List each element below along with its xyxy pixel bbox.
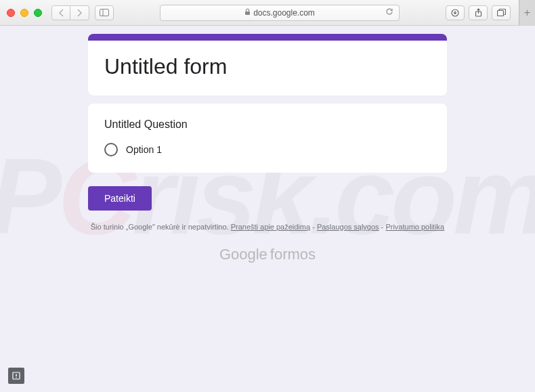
svg-rect-5 [497, 11, 503, 16]
terms-link[interactable]: Paslaugos sąlygos [317, 223, 379, 231]
svg-rect-2 [245, 12, 250, 15]
new-tab-button[interactable]: + [519, 0, 535, 26]
close-window-button[interactable] [7, 9, 15, 17]
reload-button[interactable] [385, 7, 393, 18]
browser-toolbar: docs.google.com + [0, 0, 535, 26]
question-title: Untitled Question [104, 118, 431, 131]
form-header-card: Untitled form [88, 34, 447, 95]
disclaimer: Šio turinio „Google" nekūrė ir nepatvirt… [88, 223, 447, 231]
disclaimer-prefix: Šio turinio „Google" nekūrė ir nepatvirt… [91, 223, 231, 231]
maximize-window-button[interactable] [34, 9, 42, 17]
option-label: Option 1 [126, 144, 162, 155]
radio-icon[interactable] [104, 143, 118, 156]
address-bar[interactable]: docs.google.com [160, 5, 400, 21]
toolbar-right [446, 5, 511, 20]
minimize-window-button[interactable] [20, 9, 28, 17]
option-row[interactable]: Option 1 [104, 143, 431, 156]
back-button[interactable] [51, 5, 70, 20]
tabs-button[interactable] [492, 5, 511, 20]
google-logo-text: Google [219, 246, 268, 263]
privacy-link[interactable]: Privatumo politika [385, 223, 444, 231]
svg-point-8 [16, 377, 17, 378]
downloads-button[interactable] [446, 5, 465, 20]
sidebar-toggle-button[interactable] [95, 5, 114, 20]
form-title: Untitled form [104, 54, 431, 79]
forward-button[interactable] [70, 5, 89, 20]
svg-rect-0 [100, 9, 109, 16]
page-content: Untitled form Untitled Question Option 1… [0, 26, 535, 263]
nav-buttons [51, 5, 89, 20]
forms-text: formos [270, 246, 316, 263]
lock-icon [244, 8, 251, 17]
report-problem-button[interactable] [8, 368, 24, 384]
share-button[interactable] [469, 5, 488, 20]
report-abuse-link[interactable]: Pranešti apie pažeidimą [231, 223, 310, 231]
form-wrapper: Untitled form Untitled Question Option 1… [88, 34, 447, 263]
question-card: Untitled Question Option 1 [88, 104, 447, 173]
submit-button[interactable]: Pateikti [88, 186, 152, 211]
exclamation-icon [12, 371, 21, 380]
google-forms-branding[interactable]: Googleformos [88, 246, 447, 263]
window-controls [7, 9, 42, 17]
url-text: docs.google.com [253, 8, 315, 18]
